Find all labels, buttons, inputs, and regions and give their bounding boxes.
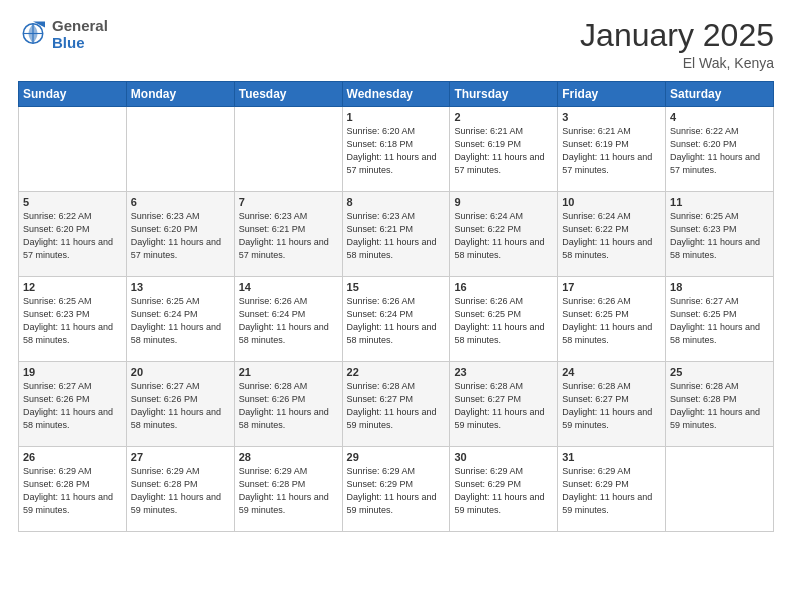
day-number: 28	[239, 451, 338, 463]
day-number: 6	[131, 196, 230, 208]
week-row-0: 1Sunrise: 6:20 AMSunset: 6:18 PMDaylight…	[19, 107, 774, 192]
day-cell: 30Sunrise: 6:29 AMSunset: 6:29 PMDayligh…	[450, 447, 558, 532]
header: General Blue January 2025 El Wak, Kenya	[18, 18, 774, 71]
col-thursday: Thursday	[450, 82, 558, 107]
calendar-table: Sunday Monday Tuesday Wednesday Thursday…	[18, 81, 774, 532]
day-number: 16	[454, 281, 553, 293]
day-cell: 4Sunrise: 6:22 AMSunset: 6:20 PMDaylight…	[666, 107, 774, 192]
day-cell: 10Sunrise: 6:24 AMSunset: 6:22 PMDayligh…	[558, 192, 666, 277]
logo-text: General Blue	[52, 18, 108, 51]
day-cell: 21Sunrise: 6:28 AMSunset: 6:26 PMDayligh…	[234, 362, 342, 447]
day-cell	[126, 107, 234, 192]
week-row-2: 12Sunrise: 6:25 AMSunset: 6:23 PMDayligh…	[19, 277, 774, 362]
day-info: Sunrise: 6:28 AMSunset: 6:26 PMDaylight:…	[239, 380, 338, 432]
col-saturday: Saturday	[666, 82, 774, 107]
day-number: 29	[347, 451, 446, 463]
day-cell	[666, 447, 774, 532]
day-info: Sunrise: 6:29 AMSunset: 6:28 PMDaylight:…	[239, 465, 338, 517]
week-row-4: 26Sunrise: 6:29 AMSunset: 6:28 PMDayligh…	[19, 447, 774, 532]
day-number: 25	[670, 366, 769, 378]
day-cell: 12Sunrise: 6:25 AMSunset: 6:23 PMDayligh…	[19, 277, 127, 362]
day-number: 24	[562, 366, 661, 378]
day-number: 12	[23, 281, 122, 293]
location: El Wak, Kenya	[580, 55, 774, 71]
day-cell	[234, 107, 342, 192]
day-cell: 11Sunrise: 6:25 AMSunset: 6:23 PMDayligh…	[666, 192, 774, 277]
title-block: January 2025 El Wak, Kenya	[580, 18, 774, 71]
day-cell: 19Sunrise: 6:27 AMSunset: 6:26 PMDayligh…	[19, 362, 127, 447]
day-info: Sunrise: 6:25 AMSunset: 6:23 PMDaylight:…	[23, 295, 122, 347]
day-info: Sunrise: 6:29 AMSunset: 6:29 PMDaylight:…	[454, 465, 553, 517]
day-info: Sunrise: 6:26 AMSunset: 6:25 PMDaylight:…	[454, 295, 553, 347]
day-cell: 17Sunrise: 6:26 AMSunset: 6:25 PMDayligh…	[558, 277, 666, 362]
day-number: 7	[239, 196, 338, 208]
day-info: Sunrise: 6:29 AMSunset: 6:28 PMDaylight:…	[131, 465, 230, 517]
day-number: 27	[131, 451, 230, 463]
day-number: 15	[347, 281, 446, 293]
day-info: Sunrise: 6:28 AMSunset: 6:27 PMDaylight:…	[454, 380, 553, 432]
day-cell: 18Sunrise: 6:27 AMSunset: 6:25 PMDayligh…	[666, 277, 774, 362]
col-monday: Monday	[126, 82, 234, 107]
day-cell: 16Sunrise: 6:26 AMSunset: 6:25 PMDayligh…	[450, 277, 558, 362]
day-info: Sunrise: 6:25 AMSunset: 6:23 PMDaylight:…	[670, 210, 769, 262]
day-number: 21	[239, 366, 338, 378]
day-number: 4	[670, 111, 769, 123]
day-info: Sunrise: 6:26 AMSunset: 6:25 PMDaylight:…	[562, 295, 661, 347]
day-number: 22	[347, 366, 446, 378]
day-number: 14	[239, 281, 338, 293]
day-number: 5	[23, 196, 122, 208]
day-cell: 3Sunrise: 6:21 AMSunset: 6:19 PMDaylight…	[558, 107, 666, 192]
day-number: 18	[670, 281, 769, 293]
day-info: Sunrise: 6:25 AMSunset: 6:24 PMDaylight:…	[131, 295, 230, 347]
header-row: Sunday Monday Tuesday Wednesday Thursday…	[19, 82, 774, 107]
day-number: 3	[562, 111, 661, 123]
day-cell: 2Sunrise: 6:21 AMSunset: 6:19 PMDaylight…	[450, 107, 558, 192]
day-cell: 31Sunrise: 6:29 AMSunset: 6:29 PMDayligh…	[558, 447, 666, 532]
month-year: January 2025	[580, 18, 774, 53]
day-info: Sunrise: 6:26 AMSunset: 6:24 PMDaylight:…	[347, 295, 446, 347]
logo-blue: Blue	[52, 35, 108, 52]
day-number: 2	[454, 111, 553, 123]
day-number: 10	[562, 196, 661, 208]
day-cell: 5Sunrise: 6:22 AMSunset: 6:20 PMDaylight…	[19, 192, 127, 277]
day-info: Sunrise: 6:21 AMSunset: 6:19 PMDaylight:…	[454, 125, 553, 177]
day-cell: 14Sunrise: 6:26 AMSunset: 6:24 PMDayligh…	[234, 277, 342, 362]
day-cell: 20Sunrise: 6:27 AMSunset: 6:26 PMDayligh…	[126, 362, 234, 447]
day-info: Sunrise: 6:22 AMSunset: 6:20 PMDaylight:…	[23, 210, 122, 262]
day-cell: 23Sunrise: 6:28 AMSunset: 6:27 PMDayligh…	[450, 362, 558, 447]
day-number: 26	[23, 451, 122, 463]
day-info: Sunrise: 6:28 AMSunset: 6:27 PMDaylight:…	[347, 380, 446, 432]
page: General Blue January 2025 El Wak, Kenya …	[0, 0, 792, 612]
day-info: Sunrise: 6:23 AMSunset: 6:20 PMDaylight:…	[131, 210, 230, 262]
day-info: Sunrise: 6:22 AMSunset: 6:20 PMDaylight:…	[670, 125, 769, 177]
logo: General Blue	[18, 18, 108, 51]
day-info: Sunrise: 6:27 AMSunset: 6:26 PMDaylight:…	[23, 380, 122, 432]
day-number: 30	[454, 451, 553, 463]
day-info: Sunrise: 6:24 AMSunset: 6:22 PMDaylight:…	[454, 210, 553, 262]
day-info: Sunrise: 6:23 AMSunset: 6:21 PMDaylight:…	[239, 210, 338, 262]
day-info: Sunrise: 6:27 AMSunset: 6:25 PMDaylight:…	[670, 295, 769, 347]
col-wednesday: Wednesday	[342, 82, 450, 107]
day-info: Sunrise: 6:27 AMSunset: 6:26 PMDaylight:…	[131, 380, 230, 432]
day-cell: 24Sunrise: 6:28 AMSunset: 6:27 PMDayligh…	[558, 362, 666, 447]
day-info: Sunrise: 6:28 AMSunset: 6:28 PMDaylight:…	[670, 380, 769, 432]
day-cell: 9Sunrise: 6:24 AMSunset: 6:22 PMDaylight…	[450, 192, 558, 277]
day-cell: 29Sunrise: 6:29 AMSunset: 6:29 PMDayligh…	[342, 447, 450, 532]
day-cell: 7Sunrise: 6:23 AMSunset: 6:21 PMDaylight…	[234, 192, 342, 277]
day-number: 20	[131, 366, 230, 378]
day-cell: 8Sunrise: 6:23 AMSunset: 6:21 PMDaylight…	[342, 192, 450, 277]
logo-icon	[18, 20, 48, 50]
col-tuesday: Tuesday	[234, 82, 342, 107]
day-info: Sunrise: 6:29 AMSunset: 6:29 PMDaylight:…	[562, 465, 661, 517]
week-row-3: 19Sunrise: 6:27 AMSunset: 6:26 PMDayligh…	[19, 362, 774, 447]
day-cell: 27Sunrise: 6:29 AMSunset: 6:28 PMDayligh…	[126, 447, 234, 532]
day-number: 17	[562, 281, 661, 293]
col-sunday: Sunday	[19, 82, 127, 107]
day-number: 23	[454, 366, 553, 378]
day-info: Sunrise: 6:29 AMSunset: 6:29 PMDaylight:…	[347, 465, 446, 517]
col-friday: Friday	[558, 82, 666, 107]
day-info: Sunrise: 6:23 AMSunset: 6:21 PMDaylight:…	[347, 210, 446, 262]
logo-general: General	[52, 18, 108, 35]
day-number: 11	[670, 196, 769, 208]
day-number: 13	[131, 281, 230, 293]
